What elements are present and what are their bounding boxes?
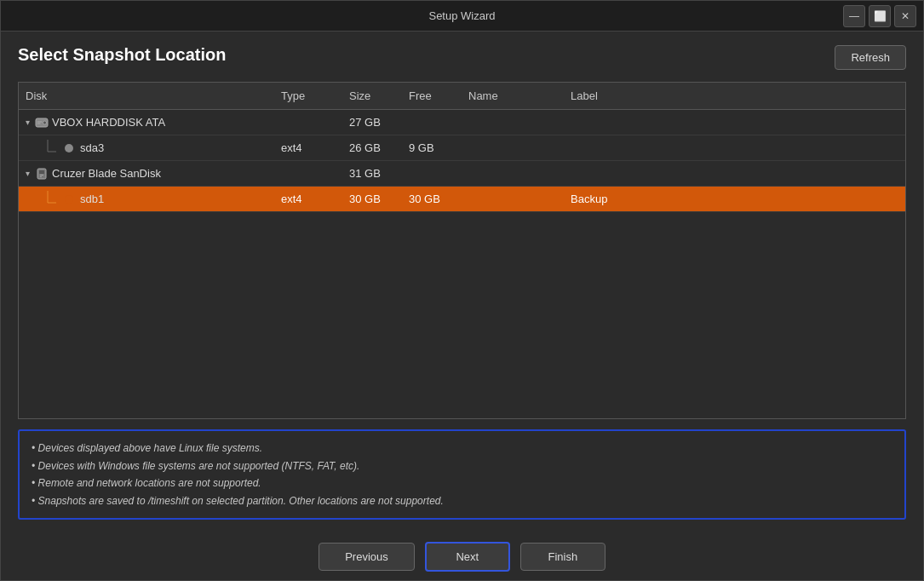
info-line-1: • Devices displayed above have Linux fil… [32, 440, 892, 457]
table-header: Disk Type Size Free Name Label [19, 83, 905, 110]
disk-label [564, 170, 666, 177]
table-body: ▾ VBOX HARDDISK ATA 27 GB [19, 110, 905, 418]
info-line-3: • Remote and network locations are not s… [32, 475, 892, 492]
disk-type [274, 119, 342, 126]
disk-name: VBOX HARDDISK ATA [52, 116, 165, 129]
partition-name-cell: sda3 [19, 136, 274, 160]
col-size: Size [342, 86, 402, 106]
partition-name: sda3 [80, 141, 104, 154]
disk-name-cell: ▾ VBOX HARDDISK ATA [19, 112, 274, 133]
partition-name: sdb1 [80, 193, 104, 205]
partition-fs-name [462, 145, 564, 152]
partition-name-cell: sdb1 [19, 187, 274, 211]
table-row[interactable]: ▾ Cruzer Blade SanDisk 31 GB [19, 161, 905, 187]
tree-line-icon [41, 140, 58, 157]
footer: Previous Next Finish [1, 530, 923, 580]
svg-rect-7 [39, 170, 44, 174]
info-line-4: • Snapshots are saved to /timeshift on s… [32, 492, 892, 509]
disk-label [564, 119, 666, 126]
tree-line-icon [41, 191, 58, 208]
usb-drive-icon [35, 167, 49, 181]
harddisk-icon [35, 116, 49, 129]
partition-label [564, 145, 666, 152]
svg-point-1 [43, 121, 47, 124]
tree-connector [41, 140, 58, 157]
svg-rect-8 [40, 175, 43, 175]
titlebar: Setup Wizard — ⬜ ✕ [1, 1, 923, 32]
partition-free: 9 GB [402, 138, 462, 158]
partition-free: 30 GB [402, 189, 462, 209]
partition-fs-name [462, 196, 564, 203]
previous-button[interactable]: Previous [319, 543, 415, 571]
partition-type: ext4 [274, 138, 342, 158]
tree-connector [41, 191, 58, 208]
window-title: Setup Wizard [428, 9, 495, 22]
disk-fs-name [462, 170, 564, 177]
disk-size: 27 GB [342, 112, 402, 132]
info-line-2: • Devices with Windows file systems are … [32, 457, 892, 475]
expand-arrow-icon: ▾ [26, 118, 30, 127]
disk-size: 31 GB [342, 164, 402, 183]
partition-type: ext4 [274, 189, 342, 209]
window: Setup Wizard — ⬜ ✕ Select Snapshot Locat… [0, 0, 924, 581]
header-row: Select Snapshot Location Refresh [18, 45, 906, 70]
col-name: Name [462, 86, 564, 106]
col-label: Label [564, 86, 666, 106]
partition-label: Backup [564, 189, 666, 209]
refresh-button[interactable]: Refresh [835, 45, 906, 70]
partition-dot-icon [65, 195, 73, 204]
table-row[interactable]: sda3 ext4 26 GB 9 GB [19, 135, 905, 161]
disk-free [402, 170, 462, 177]
col-free: Free [402, 86, 462, 106]
col-type: Type [274, 86, 342, 106]
svg-rect-3 [37, 123, 41, 124]
minimize-button[interactable]: — [843, 5, 865, 27]
window-controls: — ⬜ ✕ [843, 5, 916, 27]
partition-dot-icon [65, 144, 73, 152]
finish-button[interactable]: Finish [520, 543, 605, 571]
info-box: • Devices displayed above have Linux fil… [18, 429, 906, 520]
table-row[interactable]: sdb1 ext4 30 GB 30 GB Backup [19, 187, 905, 212]
page-title: Select Snapshot Location [18, 45, 226, 65]
svg-rect-2 [37, 121, 43, 122]
col-disk: Disk [19, 86, 274, 106]
disk-table: Disk Type Size Free Name Label ▾ [18, 82, 906, 419]
table-row[interactable]: ▾ VBOX HARDDISK ATA 27 GB [19, 110, 905, 135]
expand-arrow-icon: ▾ [26, 169, 30, 178]
disk-name: Cruzer Blade SanDisk [52, 167, 161, 180]
main-content: Select Snapshot Location Refresh Disk Ty… [1, 32, 923, 530]
next-button[interactable]: Next [425, 542, 510, 572]
disk-type [274, 170, 342, 177]
disk-name-cell: ▾ Cruzer Blade SanDisk [19, 164, 274, 184]
svg-rect-9 [40, 176, 42, 177]
close-button[interactable]: ✕ [894, 5, 916, 27]
maximize-button[interactable]: ⬜ [869, 5, 891, 27]
disk-fs-name [462, 119, 564, 126]
disk-free [402, 119, 462, 126]
partition-size: 30 GB [342, 189, 402, 209]
partition-size: 26 GB [342, 138, 402, 158]
